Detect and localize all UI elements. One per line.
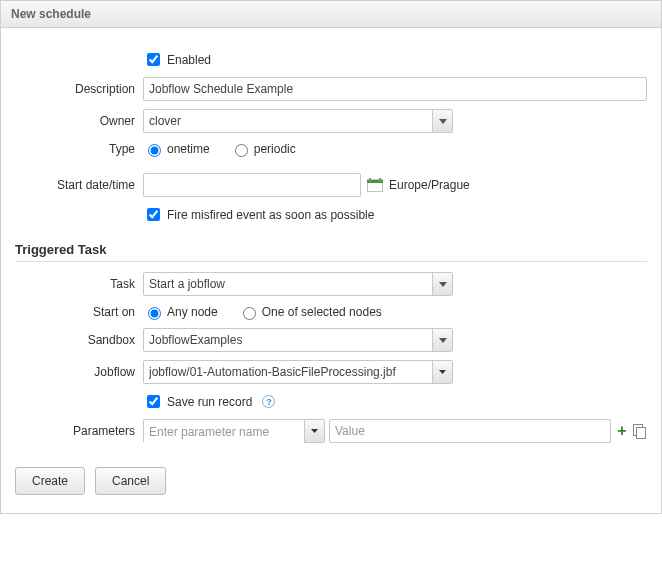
type-label: Type — [15, 142, 143, 156]
param-name-select[interactable] — [143, 419, 325, 443]
startdate-input[interactable] — [143, 173, 361, 197]
enabled-label: Enabled — [167, 53, 211, 67]
task-label: Task — [15, 277, 143, 291]
copy-parameter-icon[interactable] — [633, 424, 647, 438]
panel-body: Enabled Description Owner — [1, 28, 661, 513]
sandbox-label: Sandbox — [15, 333, 143, 347]
new-schedule-panel: New schedule Enabled Description Owner — [0, 0, 662, 514]
fire-misfired-label: Fire misfired event as soon as possible — [167, 208, 374, 222]
jobflow-label: Jobflow — [15, 365, 143, 379]
create-button[interactable]: Create — [15, 467, 85, 495]
sandbox-select[interactable] — [143, 328, 453, 352]
save-record-checkbox[interactable]: Save run record — [143, 392, 252, 411]
startdate-label: Start date/time — [15, 178, 143, 192]
param-name-input[interactable] — [144, 420, 304, 444]
param-name-dropdown-button[interactable] — [304, 420, 324, 442]
triangle-down-icon — [311, 429, 318, 433]
starton-selected-radio[interactable]: One of selected nodes — [238, 304, 382, 320]
type-periodic-radio[interactable]: periodic — [230, 141, 296, 157]
owner-select[interactable] — [143, 109, 453, 133]
jobflow-input[interactable] — [144, 361, 432, 383]
enabled-input[interactable] — [147, 53, 160, 66]
triggered-task-heading: Triggered Task — [15, 242, 647, 257]
sandbox-dropdown-button[interactable] — [432, 329, 452, 351]
task-dropdown-button[interactable] — [432, 273, 452, 295]
owner-label: Owner — [15, 114, 143, 128]
timezone-text: Europe/Prague — [389, 178, 470, 192]
jobflow-select[interactable] — [143, 360, 453, 384]
help-icon[interactable]: ? — [262, 395, 275, 408]
svg-rect-3 — [379, 178, 381, 182]
section-divider — [15, 261, 647, 262]
task-select[interactable] — [143, 272, 453, 296]
param-value-input[interactable] — [329, 419, 611, 443]
chevron-down-icon — [439, 119, 447, 124]
calendar-icon[interactable] — [367, 178, 383, 192]
chevron-down-icon — [439, 282, 447, 287]
panel-title: New schedule — [1, 1, 661, 28]
owner-dropdown-button[interactable] — [432, 110, 452, 132]
parameters-label: Parameters — [15, 424, 143, 438]
triangle-down-icon — [439, 370, 446, 374]
owner-input[interactable] — [144, 110, 432, 132]
add-parameter-icon[interactable]: + — [615, 424, 629, 438]
starton-any-radio[interactable]: Any node — [143, 304, 218, 320]
description-label: Description — [15, 82, 143, 96]
svg-rect-2 — [369, 178, 371, 182]
description-input[interactable] — [143, 77, 647, 101]
sandbox-input[interactable] — [144, 329, 432, 351]
type-onetime-radio[interactable]: onetime — [143, 141, 210, 157]
jobflow-dropdown-button[interactable] — [432, 361, 452, 383]
enabled-checkbox[interactable]: Enabled — [143, 50, 211, 69]
fire-misfired-checkbox[interactable]: Fire misfired event as soon as possible — [143, 205, 374, 224]
cancel-button[interactable]: Cancel — [95, 467, 166, 495]
starton-label: Start on — [15, 305, 143, 319]
chevron-down-icon — [439, 338, 447, 343]
task-input[interactable] — [144, 273, 432, 295]
save-record-label: Save run record — [167, 395, 252, 409]
